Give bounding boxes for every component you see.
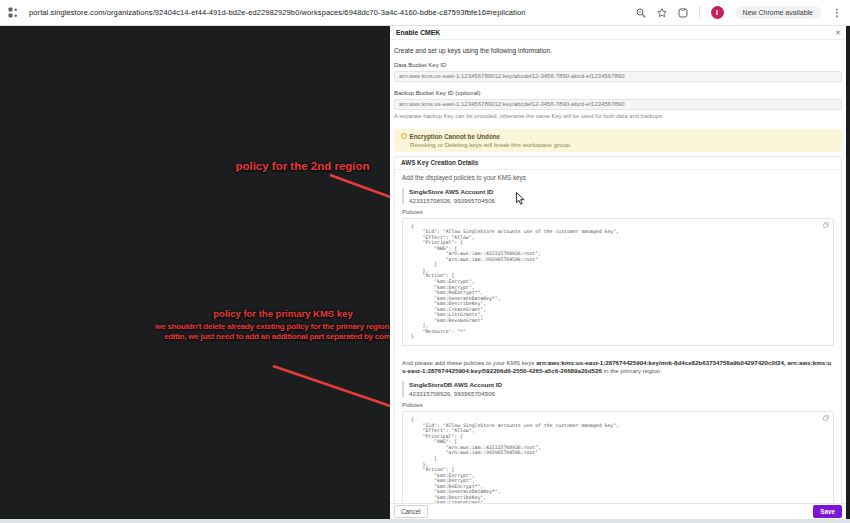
policies-label-2: Policies [402, 402, 834, 408]
policies-label-1: Policies [402, 209, 834, 215]
window-bottom-strip [0, 519, 850, 523]
url-text[interactable]: portal.singlestore.com/organizations/924… [29, 8, 526, 17]
primary-region-instruction: And please add these policies to your KM… [402, 359, 834, 374]
account-id-value-2: 423315708926, 993965704506 [409, 390, 834, 397]
instruction-suffix: in the primary region [602, 367, 660, 374]
modal-body: Create and set up keys using the followi… [390, 40, 846, 503]
modal-header: Enable CMEK ✕ [390, 26, 846, 40]
profile-avatar[interactable]: I [711, 6, 724, 19]
extensions-icon[interactable] [678, 8, 688, 18]
modal-footer: Cancel Save [390, 503, 846, 519]
enable-cmek-modal: Enable CMEK ✕ Create and set up keys usi… [390, 26, 846, 519]
instruction-prefix: And please add these policies to your KM… [402, 359, 536, 366]
data-bucket-key-input[interactable]: arn:aws:kms:us-east-1:123456789012:key/a… [394, 71, 842, 82]
page-content: policy for the 2nd region policy for the… [0, 26, 850, 519]
browser-menu-icon[interactable]: ⋮ [832, 8, 842, 18]
warning-banner: ! Encryption Cannot be Undone Revoking o… [394, 129, 842, 152]
browser-address-bar: portal.singlestore.com/organizations/924… [0, 0, 850, 26]
backup-key-hint: A separate backup Key can be provided, o… [394, 113, 842, 119]
close-icon[interactable]: ✕ [835, 29, 841, 37]
policy-code-block-1: { "Sid": "Allow SingleStore accounts use… [402, 218, 834, 346]
account-id-value-1: 423315708926, 993965704506 [409, 197, 834, 204]
bookmark-star-icon[interactable] [657, 8, 667, 18]
screenshot-root: portal.singlestore.com/organizations/924… [0, 0, 850, 523]
intro-text: Create and set up keys using the followi… [394, 47, 842, 54]
copy-icon[interactable] [823, 222, 829, 228]
warning-icon: ! [401, 133, 407, 139]
aws-key-creation-card: AWS Key Creation Details Add the display… [394, 156, 842, 504]
modal-title: Enable CMEK [396, 29, 440, 36]
account-id-label-1: SingleStore AWS Account ID [409, 188, 834, 195]
warning-body: Revoking or Deleting keys will break thi… [410, 141, 835, 148]
save-button[interactable]: Save [813, 505, 842, 518]
account-id-label-2: SingleStoreDB AWS Account ID [409, 381, 834, 388]
account-id-block-1: SingleStore AWS Account ID 423315708926,… [402, 188, 834, 204]
policies-instruction: Add the displayed policies to your KMS k… [402, 174, 834, 181]
tab-grid-icon[interactable] [8, 7, 19, 18]
toolbar-divider [699, 6, 700, 19]
policy-json-2[interactable]: { "Sid": "Allow SingleStore accounts use… [411, 417, 825, 503]
policy-code-block-2: { "Sid": "Allow SingleStore accounts use… [402, 411, 834, 503]
annotation-primary-title: policy for the primary KMS key [168, 308, 398, 319]
annotation-second-region: policy for the 2nd region [210, 160, 395, 172]
aws-card-title: AWS Key Creation Details [395, 157, 841, 170]
backup-bucket-key-input[interactable]: arn:aws:kms:us-east-1:123456789012:key/a… [394, 99, 842, 110]
copy-icon[interactable] [823, 415, 829, 421]
policy-json-1[interactable]: { "Sid": "Allow SingleStore accounts use… [411, 224, 825, 340]
account-id-block-2: SingleStoreDB AWS Account ID 42331570892… [402, 381, 834, 397]
cancel-button[interactable]: Cancel [394, 505, 428, 518]
warning-title: Encryption Cannot be Undone [410, 133, 501, 140]
backup-bucket-key-label: Backup Bucket Key ID (optional) [394, 90, 842, 96]
annotation-primary-body: we shouldn't delete already existing pol… [153, 322, 413, 341]
zoom-icon[interactable] [636, 8, 646, 18]
chrome-update-button[interactable]: New Chrome available [735, 6, 821, 19]
arrow-to-primary-policy [273, 366, 402, 410]
data-bucket-key-label: Data Bucket Key ID [394, 62, 842, 68]
